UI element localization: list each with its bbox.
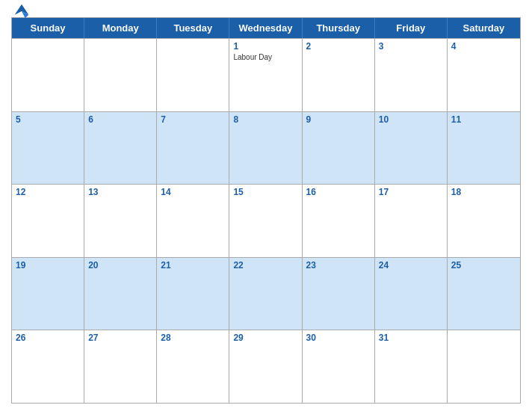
day-number: 7 [161,114,225,125]
day-number: 6 [88,114,152,125]
weeks-container: 1Labour Day23456789101112131415161718192… [12,38,520,403]
day-cell-1: 1Labour Day [229,39,302,111]
day-number: 24 [379,260,443,271]
calendar-header [11,7,521,17]
day-header-tuesday: Tuesday [157,18,229,38]
day-number: 15 [233,187,297,197]
logo [11,1,34,22]
day-cell-2: 2 [303,39,375,111]
day-cell-3: 3 [375,39,448,111]
day-number: 3 [379,41,443,52]
day-cell-20: 20 [84,258,157,330]
day-number: 9 [306,114,371,125]
day-cell-28: 28 [157,330,229,403]
day-number: 13 [88,187,152,197]
day-number: 10 [379,114,443,125]
day-number: 18 [451,187,516,197]
day-number: 31 [379,333,443,343]
day-header-monday: Monday [84,18,157,38]
day-header-wednesday: Wednesday [229,18,302,38]
week-row-3: 12131415161718 [12,184,520,257]
day-cell-23: 23 [303,258,375,330]
day-cell-4: 4 [448,39,520,111]
day-cell-12: 12 [12,185,84,257]
day-cell-25: 25 [448,258,520,330]
day-number: 20 [88,260,152,271]
day-cell-empty [448,330,520,403]
day-cell-13: 13 [84,185,157,257]
day-header-friday: Friday [375,18,448,38]
day-cell-17: 17 [375,185,448,257]
day-headers-row: SundayMondayTuesdayWednesdayThursdayFrid… [12,18,520,38]
day-cell-30: 30 [303,330,375,403]
day-cell-11: 11 [448,112,520,185]
day-number: 23 [306,260,371,271]
day-number: 11 [451,114,516,125]
day-cell-8: 8 [229,112,302,185]
day-cell-6: 6 [84,112,157,185]
day-number: 21 [161,260,225,271]
day-number: 26 [16,333,80,343]
day-number: 16 [306,187,371,197]
day-number: 29 [233,333,297,343]
day-cell-26: 26 [12,330,84,403]
day-number: 17 [379,187,443,197]
day-number: 8 [233,114,297,125]
day-cell-31: 31 [375,330,448,403]
week-row-1: 1Labour Day234 [12,38,520,111]
day-cell-5: 5 [12,112,84,185]
day-cell-7: 7 [157,112,229,185]
week-row-2: 567891011 [12,111,520,185]
day-number: 14 [161,187,225,197]
day-number: 25 [451,260,516,271]
day-number: 27 [88,333,152,343]
day-cell-15: 15 [229,185,302,257]
day-cell-27: 27 [84,330,157,403]
day-cell-14: 14 [157,185,229,257]
svg-marker-0 [15,4,29,15]
day-number: 28 [161,333,225,343]
day-header-thursday: Thursday [303,18,375,38]
day-cell-16: 16 [303,185,375,257]
day-number: 19 [16,260,80,271]
day-header-saturday: Saturday [448,18,520,38]
day-number: 1 [233,41,297,52]
day-number: 5 [16,114,80,125]
week-row-5: 262728293031 [12,330,520,403]
day-cell-empty [157,39,229,111]
week-row-4: 19202122232425 [12,257,520,330]
day-number: 30 [306,333,371,343]
day-cell-10: 10 [375,112,448,185]
day-cell-21: 21 [157,258,229,330]
day-cell-9: 9 [303,112,375,185]
day-cell-empty [84,39,157,111]
day-number: 2 [306,41,371,52]
day-cell-22: 22 [229,258,302,330]
day-number: 12 [16,187,80,197]
day-cell-18: 18 [448,185,520,257]
holiday-label: Labour Day [233,53,297,61]
day-number: 4 [451,41,516,52]
logo-icon [11,1,32,22]
day-cell-29: 29 [229,330,302,403]
day-cell-empty [12,39,84,111]
day-cell-24: 24 [375,258,448,330]
day-cell-19: 19 [12,258,84,330]
calendar-grid: SundayMondayTuesdayWednesdayThursdayFrid… [11,17,521,404]
day-number: 22 [233,260,297,271]
